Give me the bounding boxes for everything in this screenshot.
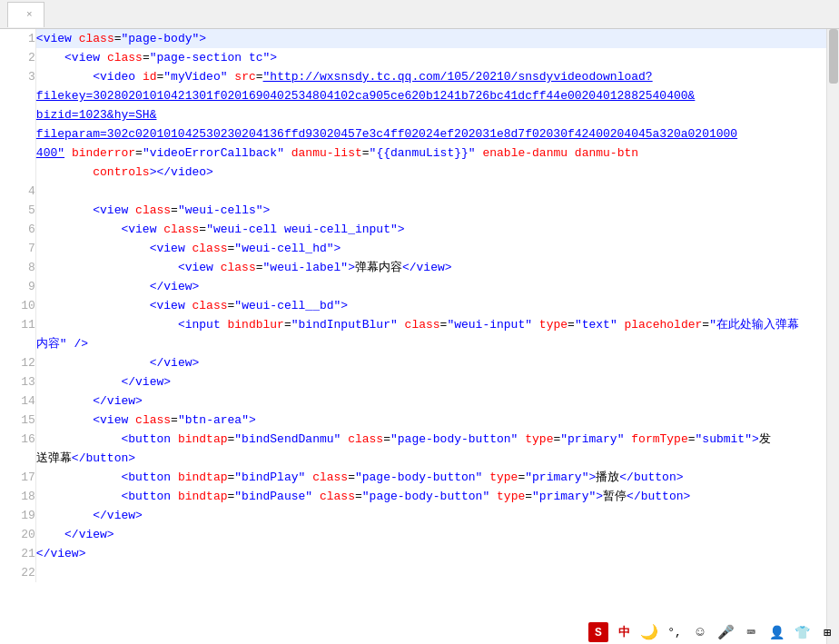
table-row: 8 <view class="weui-label">弹幕内容</view> — [0, 258, 826, 277]
line-number: 2 — [0, 48, 35, 67]
line-number: 1 — [0, 29, 35, 48]
table-row: 3 <video id="myVideo" src="http://wxsnsd… — [0, 67, 826, 182]
ime-punctuation-icon: °, — [665, 622, 685, 642]
table-row: 22 — [0, 563, 826, 582]
tab-close-button[interactable]: × — [26, 9, 33, 20]
code-line: </view> — [35, 525, 826, 544]
ime-grid-icon: ⊞ — [817, 622, 837, 642]
code-line — [35, 563, 826, 582]
table-row: 18 <button bindtap="bindPause" class="pa… — [0, 487, 826, 506]
line-number: 9 — [0, 277, 35, 296]
ime-moon-icon: 🌙 — [639, 622, 659, 642]
line-number: 16 — [0, 430, 35, 468]
table-row: 15 <view class="btn-area"> — [0, 411, 826, 430]
line-number: 13 — [0, 372, 35, 391]
ime-user-icon: 👤 — [766, 622, 786, 642]
table-row: 11 <input bindblur="bindInputBlur" class… — [0, 315, 826, 353]
line-number: 20 — [0, 525, 35, 544]
table-row: 1<view class="page-body"> — [0, 29, 826, 48]
table-row: 17 <button bindtap="bindPlay" class="pag… — [0, 468, 826, 487]
code-line: <video id="myVideo" src="http://wxsnsdy.… — [35, 67, 826, 182]
editor-scroll-area[interactable]: 1<view class="page-body">2 <view class="… — [0, 29, 826, 644]
line-number: 10 — [0, 296, 35, 315]
line-number: 8 — [0, 258, 35, 277]
scrollbar-thumb[interactable] — [829, 29, 838, 84]
code-line: <view class="weui-cell_hd"> — [35, 239, 826, 258]
code-line: </view> — [35, 372, 826, 391]
code-line: </view> — [35, 391, 826, 411]
code-editor: 1<view class="page-body">2 <view class="… — [0, 29, 839, 644]
title-bar: × — [0, 0, 839, 29]
ime-voice-icon: 🎤 — [716, 622, 735, 642]
code-line: <view class="weui-cell weui-cell_input"> — [35, 220, 826, 239]
table-row: 16 <button bindtap="bindSendDanmu" class… — [0, 430, 826, 468]
line-number: 5 — [0, 201, 35, 220]
code-line: </view> — [35, 506, 826, 525]
table-row: 19 </view> — [0, 506, 826, 525]
sogou-ime-icon: S — [588, 622, 608, 642]
table-row: 6 <view class="weui-cell weui-cell_input… — [0, 220, 826, 239]
table-row: 13 </view> — [0, 372, 826, 391]
code-line: </view> — [35, 353, 826, 372]
ime-chinese-icon: 中 — [614, 622, 634, 642]
code-line — [35, 182, 826, 201]
code-line: <view class="weui-label">弹幕内容</view> — [35, 258, 826, 277]
code-line: <view class="page-section tc"> — [35, 48, 826, 67]
line-number: 21 — [0, 544, 35, 563]
table-row: 14 </view> — [0, 391, 826, 411]
code-line: <button bindtap="bindSendDanmu" class="p… — [35, 430, 826, 468]
line-number: 19 — [0, 506, 35, 525]
line-number: 4 — [0, 182, 35, 201]
table-row: 2 <view class="page-section tc"> — [0, 48, 826, 67]
line-number: 11 — [0, 315, 35, 353]
ime-keyboard-icon: ⌨ — [741, 622, 761, 642]
code-line: </view> — [35, 277, 826, 296]
table-row: 12 </view> — [0, 353, 826, 372]
table-row: 21</view> — [0, 544, 826, 563]
code-line: <button bindtap="bindPause" class="page-… — [35, 487, 826, 506]
editor-tab[interactable]: × — [7, 2, 44, 27]
code-line: <view class="page-body"> — [35, 29, 826, 48]
code-table: 1<view class="page-body">2 <view class="… — [0, 29, 826, 582]
line-number: 15 — [0, 411, 35, 430]
table-row: 10 <view class="weui-cell__bd"> — [0, 296, 826, 315]
line-number: 18 — [0, 487, 35, 506]
table-row: 20 </view> — [0, 525, 826, 544]
line-number: 12 — [0, 353, 35, 372]
table-row: 4 — [0, 182, 826, 201]
line-number: 17 — [0, 468, 35, 487]
ime-skin-icon: 👕 — [792, 622, 812, 642]
system-tray: S 中 🌙 °, ☺ 🎤 ⌨ 👤 👕 ⊞ — [588, 622, 837, 642]
line-number: 6 — [0, 220, 35, 239]
line-number: 7 — [0, 239, 35, 258]
code-line: <input bindblur="bindInputBlur" class="w… — [35, 315, 826, 353]
code-line: <view class="btn-area"> — [35, 411, 826, 430]
table-row: 9 </view> — [0, 277, 826, 296]
line-number: 14 — [0, 391, 35, 411]
ime-emoji-icon: ☺ — [690, 622, 710, 642]
code-line: <view class="weui-cell__bd"> — [35, 296, 826, 315]
table-row: 7 <view class="weui-cell_hd"> — [0, 239, 826, 258]
code-line: <view class="weui-cells"> — [35, 201, 826, 220]
line-number: 3 — [0, 67, 35, 182]
editor-window: × 1<view class="page-body">2 <view class… — [0, 0, 839, 644]
code-line: <button bindtap="bindPlay" class="page-b… — [35, 468, 826, 487]
line-number: 22 — [0, 563, 35, 582]
code-line: </view> — [35, 544, 826, 563]
vertical-scrollbar[interactable] — [826, 29, 839, 644]
table-row: 5 <view class="weui-cells"> — [0, 201, 826, 220]
